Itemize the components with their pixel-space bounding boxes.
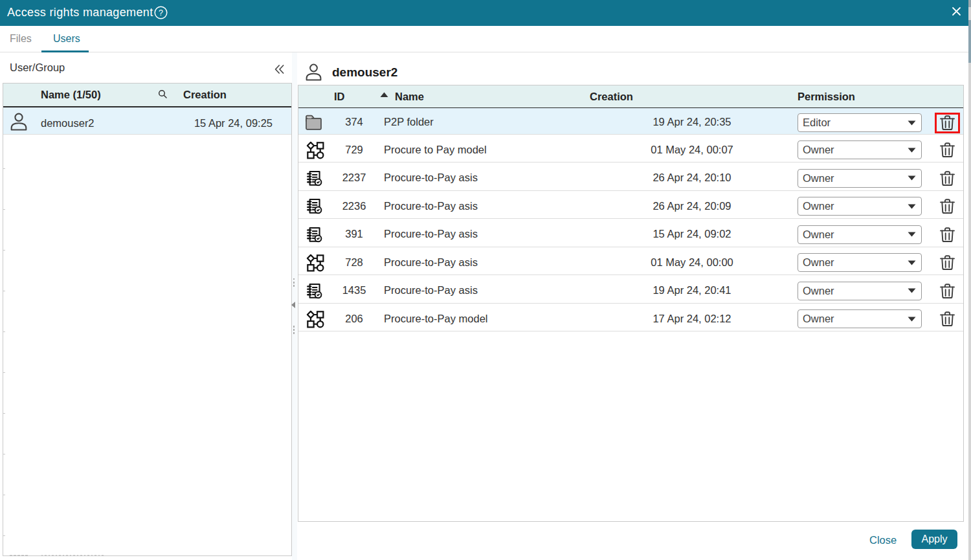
svg-text:?: ? xyxy=(159,8,163,17)
